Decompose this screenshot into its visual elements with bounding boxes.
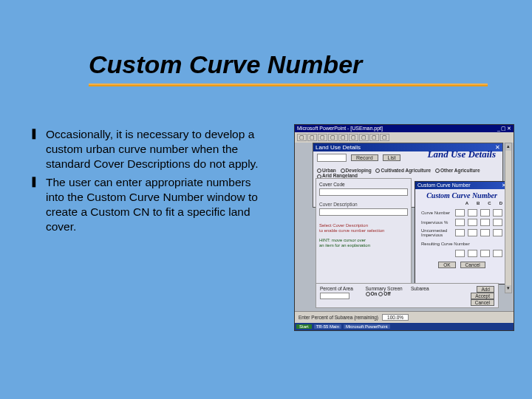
bullet-item: ❚ The user can enter appropriate numbers…: [30, 175, 266, 233]
subwindow-title: Land Use Details: [316, 144, 361, 151]
bullet-text: Occasionally, it is necessary to develop…: [46, 127, 266, 171]
ccn-row: Impervious %: [421, 219, 502, 226]
radio-urban[interactable]: Urban: [322, 168, 336, 173]
land-use-details-heading: Land Use Details: [428, 149, 496, 160]
ccn-result-cell: [468, 250, 477, 257]
scroll-up-icon[interactable]: ▴: [505, 143, 511, 151]
ccn-result-cell: [480, 250, 490, 257]
hint-red: Select Cover Description to enable curve…: [319, 223, 408, 233]
app-title: Microsoft PowerPoint - [USEman.ppt]: [297, 126, 383, 132]
embedded-screenshot: Microsoft PowerPoint - [USEman.ppt] _▢✕ …: [294, 124, 514, 331]
bullet-item: ❚ Occasionally, it is necessary to devel…: [30, 127, 266, 171]
ccn-result-row: [421, 250, 502, 257]
record-id-field[interactable]: [317, 154, 347, 162]
radio-developing[interactable]: Developing: [346, 168, 372, 173]
percent-area-label: Percent of Area: [320, 286, 358, 291]
ccn-heading: Custom Curve Number: [415, 189, 508, 201]
cover-desc-label: Cover Description: [319, 202, 408, 207]
slide-title: Custom Curve Number: [89, 50, 488, 79]
cover-code-field[interactable]: [319, 188, 408, 196]
lower-controls: Percent of Area Summary Screen On Off Su…: [316, 283, 499, 308]
window-controls: _▢✕: [497, 126, 511, 132]
ccn-result-label: Resulting Curve Number: [415, 237, 508, 246]
list-button[interactable]: List: [383, 154, 401, 161]
ccn-row: Curve Number: [421, 209, 502, 216]
close-icon[interactable]: ✕: [495, 144, 500, 151]
cover-code-label: Cover Code: [319, 182, 408, 187]
scrollbar[interactable]: ▴ ▾: [505, 143, 512, 293]
ccn-cell[interactable]: [468, 229, 477, 236]
radio-off[interactable]: Off: [383, 291, 390, 296]
add-button[interactable]: Add: [477, 286, 494, 293]
ccn-cell[interactable]: [493, 209, 502, 216]
ccn-result-cell: [455, 250, 465, 257]
ok-button[interactable]: OK: [438, 262, 455, 268]
cover-desc-field[interactable]: [319, 208, 408, 216]
title-block: Custom Curve Number: [89, 50, 488, 86]
taskbar: Start TR-55 Main Microsoft PowerPoint: [295, 323, 514, 330]
percent-area-field[interactable]: [320, 293, 349, 299]
bullet-text: The user can enter appropriate numbers i…: [46, 175, 266, 233]
lower-cancel-button[interactable]: Cancel: [471, 299, 494, 306]
record-button[interactable]: Record: [351, 154, 378, 161]
ccn-cell[interactable]: [493, 219, 502, 226]
slide-body: ❚ Occasionally, it is necessary to devel…: [30, 127, 266, 239]
ccn-cell[interactable]: [480, 219, 490, 226]
ccn-grid: Curve Number Impervious % Unconnected Im…: [415, 205, 508, 237]
ccn-cell[interactable]: [455, 219, 465, 226]
start-button[interactable]: Start: [296, 324, 312, 329]
subarea-label: Subarea: [411, 286, 449, 291]
app-titlebar: Microsoft PowerPoint - [USEman.ppt] _▢✕: [295, 125, 514, 132]
hint-green: HINT: move cursor over an item for an ex…: [319, 238, 408, 248]
status-value: 100.0%: [382, 314, 409, 321]
ccn-row: Unconnected Impervious: [421, 228, 502, 237]
scroll-down-icon[interactable]: ▾: [505, 285, 511, 293]
radio-cultivated[interactable]: Cultivated Agriculture: [381, 168, 431, 173]
status-label: Enter Percent of Subarea (remaining): [299, 315, 378, 320]
ccn-cell[interactable]: [468, 209, 477, 216]
ccn-cell[interactable]: [480, 209, 490, 216]
cover-code-panel: Cover Code Cover Description Select Cove…: [316, 178, 412, 289]
bullet-icon: ❚: [30, 127, 46, 171]
title-underline: [89, 83, 488, 86]
custom-curve-number-window: Custom Curve Number ✕ Custom Curve Numbe…: [415, 181, 509, 284]
radio-on[interactable]: On: [371, 291, 378, 296]
app-toolbar: ▢▢▢▢▢▢▢▢▢: [295, 132, 514, 143]
accept-button[interactable]: Accept: [471, 293, 494, 299]
radio-other-ag[interactable]: Other Agriculture: [440, 168, 480, 173]
cover-type-radios: Urban Developing Cultivated Agriculture …: [317, 168, 499, 179]
taskbar-item[interactable]: Microsoft PowerPoint: [344, 324, 390, 329]
ccn-cell[interactable]: [468, 219, 477, 226]
ccn-result-cell: [493, 250, 502, 257]
summary-label: Summary Screen: [366, 286, 404, 291]
ccn-cell[interactable]: [493, 229, 502, 236]
ccn-cell[interactable]: [455, 209, 465, 216]
taskbar-item[interactable]: TR-55 Main: [314, 324, 341, 329]
ccn-cell[interactable]: [480, 229, 490, 236]
status-bar: Enter Percent of Subarea (remaining) 100…: [295, 311, 514, 323]
ccn-cell[interactable]: [455, 229, 465, 236]
ccn-titlebar: Custom Curve Number: [417, 183, 471, 188]
cancel-button[interactable]: Cancel: [460, 262, 485, 268]
bullet-icon: ❚: [30, 175, 46, 233]
